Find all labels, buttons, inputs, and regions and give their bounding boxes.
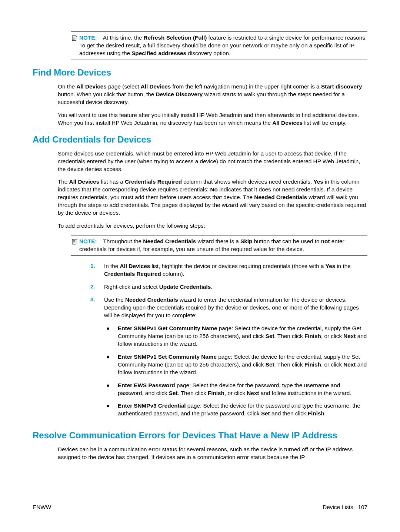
bullet-text: Enter SNMPv3 Credential page: Select the… <box>118 402 367 418</box>
list-item: 2. Right-click and select Update Credent… <box>90 283 367 291</box>
heading-add-credentials: Add Credentials for Devices <box>33 134 367 145</box>
list-item: ● Enter SNMPv1 Get Community Name page: … <box>104 325 367 348</box>
bullet-text: Enter SNMPv1 Get Community Name page: Se… <box>118 325 367 348</box>
paragraph: To add credentials for devices, perform … <box>58 222 367 230</box>
step-text: In the All Devices list, highlight the d… <box>104 262 367 278</box>
note-text: NOTE: Throughout the Needed Credentials … <box>79 238 367 253</box>
bullet-text: Enter SNMPv1 Set Community Name page: Se… <box>118 353 367 377</box>
note-icon <box>71 34 79 43</box>
heading-find-more-devices: Find More Devices <box>33 67 367 78</box>
note-text: NOTE: At this time, the Refresh Selectio… <box>79 34 367 57</box>
bullet-icon: ● <box>104 353 118 361</box>
section3-body: Devices can be in a communication error … <box>33 446 367 461</box>
step-text: Use the Needed Credentials wizard to ent… <box>104 296 367 423</box>
steps-container: 1. In the All Devices list, highlight th… <box>33 262 367 423</box>
list-item: ● Enter EWS Password page: Select the de… <box>104 382 367 397</box>
bullet-list: ● Enter SNMPv1 Get Community Name page: … <box>104 325 367 418</box>
paragraph: The All Devices list has a Credentials R… <box>58 178 367 217</box>
note-label: NOTE: <box>79 34 97 41</box>
step-number: 2. <box>90 283 104 290</box>
heading-resolve-comm-errors: Resolve Communication Errors for Devices… <box>33 430 367 441</box>
step-text: Right-click and select Update Credential… <box>104 283 367 291</box>
section2-body: Some devices use credentials, which must… <box>33 150 367 230</box>
bullet-icon: ● <box>104 382 118 389</box>
bullet-icon: ● <box>104 325 118 332</box>
paragraph: On the All Devices page (select All Devi… <box>58 83 367 106</box>
paragraph: Devices can be in a communication error … <box>58 446 367 461</box>
list-item: ● Enter SNMPv1 Set Community Name page: … <box>104 353 367 377</box>
list-item: ● Enter SNMPv3 Credential page: Select t… <box>104 402 367 418</box>
note-block: NOTE: Throughout the Needed Credentials … <box>71 235 367 256</box>
note-icon <box>71 238 79 247</box>
step-number: 1. <box>90 262 104 269</box>
paragraph: You will want to use this feature after … <box>58 111 367 127</box>
paragraph: Some devices use credentials, which must… <box>58 150 367 173</box>
bullet-text: Enter EWS Password page: Select the devi… <box>118 382 367 397</box>
list-item: 1. In the All Devices list, highlight th… <box>90 262 367 278</box>
ordered-list: 1. In the All Devices list, highlight th… <box>90 262 367 423</box>
step-number: 3. <box>90 296 104 303</box>
list-item: 3. Use the Needed Credentials wizard to … <box>90 296 367 423</box>
bullet-icon: ● <box>104 402 118 410</box>
footer-right: Device Lists 107 <box>323 504 367 511</box>
page-footer: ENWW Device Lists 107 <box>33 504 367 511</box>
note-block: NOTE: At this time, the Refresh Selectio… <box>71 31 367 60</box>
section1-body: On the All Devices page (select All Devi… <box>33 83 367 127</box>
note-label: NOTE: <box>79 238 97 244</box>
footer-left: ENWW <box>33 504 51 511</box>
document-page: NOTE: At this time, the Refresh Selectio… <box>0 0 400 532</box>
